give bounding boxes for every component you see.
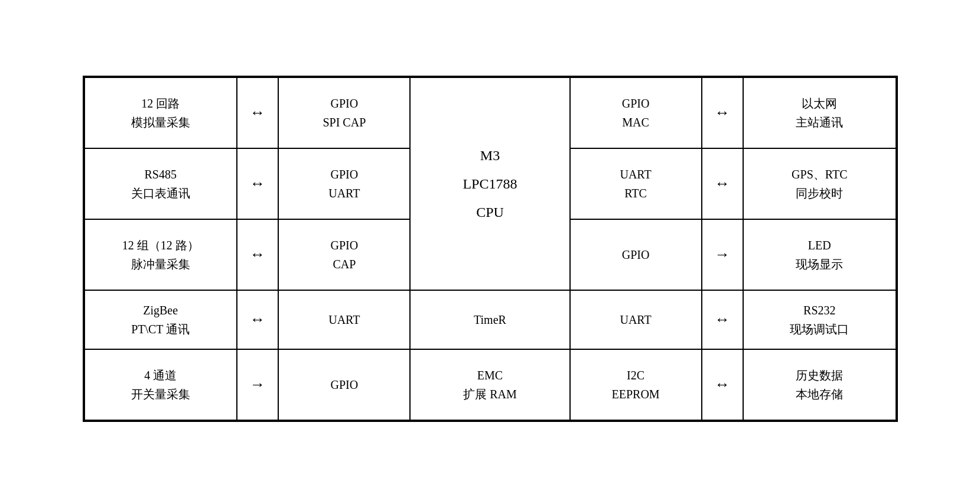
arrow-right-1: ↔ — [702, 148, 743, 219]
center-right-cell-4: I2C EEPROM — [570, 349, 702, 420]
right-cell-4: 历史数据 本地存储 — [743, 349, 896, 420]
right-cell-0: 以太网 主站通讯 — [743, 77, 896, 148]
left-cell-2: 12 组（12 路） 脉冲量采集 — [84, 219, 237, 290]
center-left-cell-1: GPIO UART — [278, 148, 410, 219]
arrow-right-0: ↔ — [702, 77, 743, 148]
right-cell-3: RS232 现场调试口 — [743, 290, 896, 349]
diagram: 12 回路 模拟量采集↔GPIO SPI CAPM3 LPC1788 CPUGP… — [83, 76, 898, 422]
emc-block: EMC 扩展 RAM — [410, 349, 569, 420]
left-cell-3: ZigBee PT\CT 通讯 — [84, 290, 237, 349]
arrow-left-4: → — [237, 349, 278, 420]
arrow-left-0: ↔ — [237, 77, 278, 148]
left-cell-4: 4 通道 开关量采集 — [84, 349, 237, 420]
center-right-cell-1: UART RTC — [570, 148, 702, 219]
arrow-left-1: ↔ — [237, 148, 278, 219]
arrow-right-3: ↔ — [702, 290, 743, 349]
center-left-cell-4: GPIO — [278, 349, 410, 420]
left-cell-0: 12 回路 模拟量采集 — [84, 77, 237, 148]
arrow-right-4: ↔ — [702, 349, 743, 420]
center-left-cell-3: UART — [278, 290, 410, 349]
cpu-block: M3 LPC1788 CPU — [410, 77, 569, 290]
right-cell-1: GPS、RTC 同步校时 — [743, 148, 896, 219]
right-cell-2: LED 现场显示 — [743, 219, 896, 290]
timer-block: TimeR — [410, 290, 569, 349]
arrow-left-2: ↔ — [237, 219, 278, 290]
center-left-cell-2: GPIO CAP — [278, 219, 410, 290]
arrow-right-2: → — [702, 219, 743, 290]
left-cell-1: RS485 关口表通讯 — [84, 148, 237, 219]
center-right-cell-3: UART — [570, 290, 702, 349]
center-left-cell-0: GPIO SPI CAP — [278, 77, 410, 148]
center-right-cell-0: GPIO MAC — [570, 77, 702, 148]
center-right-cell-2: GPIO — [570, 219, 702, 290]
arrow-left-3: ↔ — [237, 290, 278, 349]
